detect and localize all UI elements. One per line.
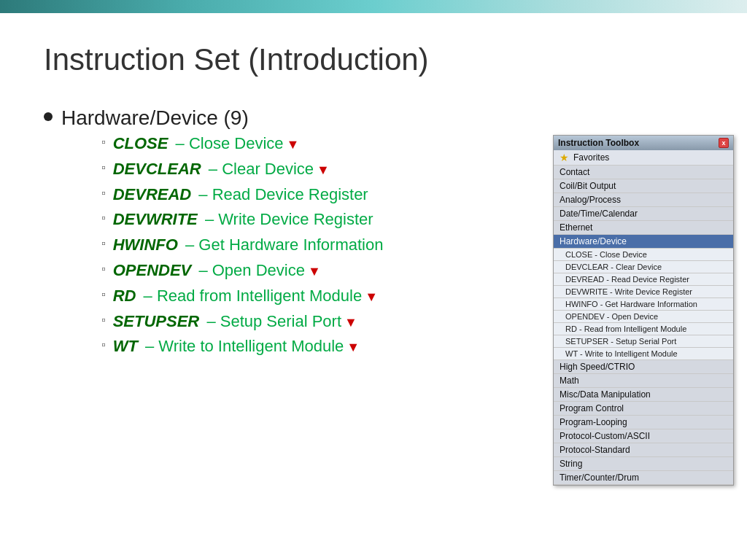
sub-bullet-marker: ▫ xyxy=(101,312,106,328)
instruction-description: – Write to Intelligent Module xyxy=(141,337,344,355)
instruction-command: DEVCLEAR xyxy=(113,160,201,178)
instruction-description: – Setup Serial Port xyxy=(202,312,341,330)
toolbox-list-item[interactable]: Program-Looping xyxy=(554,416,733,429)
instruction-description: – Get Hardware Information xyxy=(181,236,384,254)
toolbox-close-button[interactable]: x xyxy=(719,138,729,148)
sub-list-item: ▫RD – Read from Intelligent Module ▼ xyxy=(101,285,383,308)
toolbox-list-item[interactable]: Math xyxy=(554,374,733,388)
instruction-description: – Write Device Register xyxy=(201,210,374,228)
instruction-command: DEVWRITE xyxy=(113,210,198,228)
sub-list-item: ▫DEVWRITE – Write Device Register xyxy=(101,209,383,231)
toolbox-list-item[interactable]: CLOSE - Close Device xyxy=(554,249,733,261)
toolbox-list-item[interactable]: ★Favorites xyxy=(554,150,733,166)
toolbox-list-item[interactable]: High Speed/CTRIO xyxy=(554,360,733,374)
instruction-toolbox: Instruction Toolbox x ★FavoritesContactC… xyxy=(553,135,734,486)
toolbox-list-item[interactable]: Protocol-Standard xyxy=(554,443,733,457)
sub-bullet-marker: ▫ xyxy=(101,160,106,176)
toolbox-items-list: ★FavoritesContactCoil/Bit OutputAnalog/P… xyxy=(554,150,733,485)
sub-bullet-marker: ▫ xyxy=(101,261,106,277)
sub-list-item: ▫WT – Write to Intelligent Module ▼ xyxy=(101,335,383,358)
sub-bullet-marker: ▫ xyxy=(101,185,106,201)
bullet-dot xyxy=(44,112,53,121)
sub-bullet-marker: ▫ xyxy=(101,236,106,252)
favorites-star-icon: ★ xyxy=(560,152,569,163)
toolbox-list-item[interactable]: OPENDEV - Open Device xyxy=(554,311,733,323)
toolbox-list-item[interactable]: DEVREAD - Read Device Register xyxy=(554,273,733,286)
toolbox-list-item[interactable]: Date/Time/Calendar xyxy=(554,207,733,221)
sub-list-item: ▫DEVREAD – Read Device Register xyxy=(101,184,383,206)
toolbox-list-item[interactable]: String xyxy=(554,457,733,471)
slide-title: Instruction Set (Introduction) xyxy=(44,42,514,77)
main-bullet-text: Hardware/Device (9) xyxy=(61,106,249,129)
toolbox-list-item[interactable]: Program Control xyxy=(554,402,733,416)
sub-list-item: ▫DEVCLEAR – Clear Device ▼ xyxy=(101,158,383,181)
sub-list-item: ▫HWINFO – Get Hardware Information xyxy=(101,234,383,257)
instruction-command: RD xyxy=(113,287,136,305)
instruction-command: CLOSE xyxy=(113,134,169,152)
flag-icon: ▼ xyxy=(308,262,321,281)
toolbox-list-item[interactable]: Coil/Bit Output xyxy=(554,179,733,193)
toolbox-list-item[interactable]: Misc/Data Manipulation xyxy=(554,388,733,402)
sub-bullet-list: ▫CLOSE – Close Device ▼▫DEVCLEAR – Clear… xyxy=(61,133,383,358)
toolbox-list-item[interactable]: DEVWRITE - Write Device Register xyxy=(554,286,733,298)
instruction-command: DEVREAD xyxy=(113,185,192,203)
flag-icon: ▼ xyxy=(347,338,360,357)
sub-bullet-marker: ▫ xyxy=(101,210,106,226)
toolbox-list-item[interactable]: SETUPSER - Setup Serial Port xyxy=(554,335,733,348)
flag-icon: ▼ xyxy=(344,314,357,332)
instruction-description: – Read from Intelligent Module xyxy=(139,287,362,305)
main-bullet-item: Hardware/Device (9) ▫CLOSE – Close Devic… xyxy=(44,106,514,361)
instruction-description: – Clear Device xyxy=(204,160,314,178)
toolbox-list-item[interactable]: Hardware/Device xyxy=(554,235,733,249)
instruction-command: HWINFO xyxy=(113,236,178,254)
toolbox-title: Instruction Toolbox xyxy=(558,138,639,148)
top-decorative-bar xyxy=(0,0,747,13)
toolbox-list-item[interactable]: WT - Write to Intelligent Module xyxy=(554,348,733,360)
instruction-command: WT xyxy=(113,337,138,355)
sub-bullet-marker: ▫ xyxy=(101,134,106,150)
toolbox-list-item[interactable]: DEVCLEAR - Clear Device xyxy=(554,261,733,273)
toolbox-item-label: Favorites xyxy=(573,152,609,163)
flag-icon: ▼ xyxy=(287,136,300,154)
toolbox-list-item[interactable]: HWINFO - Get Hardware Information xyxy=(554,298,733,311)
main-bullet-list: Hardware/Device (9) ▫CLOSE – Close Devic… xyxy=(44,106,514,361)
instruction-command: SETUPSER xyxy=(113,312,200,330)
toolbox-list-item[interactable]: Timer/Counter/Drum xyxy=(554,471,733,485)
toolbox-list-item[interactable]: RD - Read from Intelligent Module xyxy=(554,323,733,335)
sub-bullet-marker: ▫ xyxy=(101,337,106,353)
instruction-description: – Close Device xyxy=(171,134,283,152)
instruction-command: OPENDEV xyxy=(113,261,192,279)
sub-list-item: ▫CLOSE – Close Device ▼ xyxy=(101,133,383,155)
slide-content: Instruction Set (Introduction) Hardware/… xyxy=(0,13,550,560)
toolbox-list-item[interactable]: Ethernet xyxy=(554,221,733,235)
toolbox-list-item[interactable]: Analog/Process xyxy=(554,193,733,207)
toolbox-list-item[interactable]: Contact xyxy=(554,166,733,179)
instruction-description: – Open Device xyxy=(194,261,305,279)
flag-icon: ▼ xyxy=(317,161,330,179)
sub-bullet-marker: ▫ xyxy=(101,287,106,303)
sub-list-item: ▫SETUPSER – Setup Serial Port ▼ xyxy=(101,311,383,333)
instruction-description: – Read Device Register xyxy=(194,185,368,203)
toolbox-title-bar: Instruction Toolbox x xyxy=(554,136,733,150)
toolbox-list-item[interactable]: Protocol-Custom/ASCII xyxy=(554,429,733,443)
sub-list-item: ▫OPENDEV – Open Device ▼ xyxy=(101,260,383,282)
flag-icon: ▼ xyxy=(365,288,378,306)
